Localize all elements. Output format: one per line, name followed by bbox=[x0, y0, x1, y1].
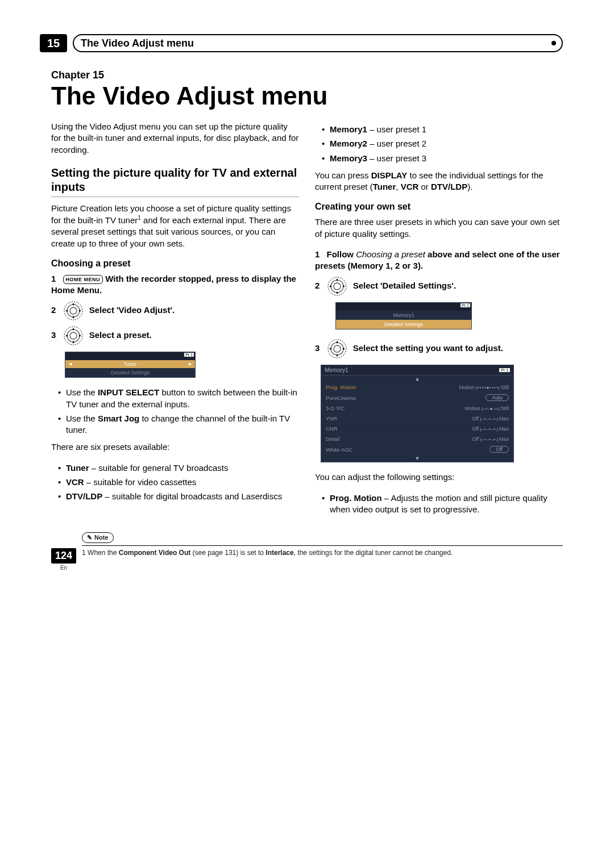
dial-icon bbox=[327, 339, 347, 359]
step-3-text: Select a preset. bbox=[89, 330, 152, 340]
ui1-badge: Pr 1 bbox=[184, 353, 194, 357]
preset-vcr: VCR – suitable for video cassettes bbox=[58, 477, 299, 488]
chapter-title-text: The Video Adjust menu bbox=[81, 37, 194, 49]
cstep-2: 2 Select 'Detailed Settings'. bbox=[315, 276, 563, 297]
settings-row-label: YNR bbox=[326, 415, 337, 422]
subsection-creating: Creating your own set bbox=[315, 202, 563, 212]
ui2-row1: Memory1 bbox=[336, 311, 471, 320]
cstep-3-num: 3 bbox=[315, 343, 320, 353]
settings-row-value: Motion |++++●++++| Still bbox=[459, 384, 509, 390]
step-2-text: Select 'Video Adjust'. bbox=[89, 305, 175, 315]
footnote-text: 1 When the Component Video Out (see page… bbox=[82, 548, 563, 558]
pq-paragraph: Picture Creation lets you choose a set o… bbox=[51, 203, 299, 249]
step-2: 2 Select 'Video Adjust'. bbox=[51, 301, 299, 321]
ui2-row2: Detailed Settings bbox=[336, 320, 471, 329]
up-arrow-icon: ▲ bbox=[321, 375, 513, 382]
settings-row-label: Prog. Motion bbox=[326, 384, 356, 390]
preset-memory2: Memory2 – user preset 2 bbox=[322, 138, 563, 149]
settings-row-label: White AGC bbox=[326, 446, 352, 453]
settings-row: PureCinemaAuto bbox=[321, 393, 513, 403]
settings-row-label: 3-D Y/C bbox=[326, 405, 345, 411]
cstep-1: 1 Follow Choosing a preset above and sel… bbox=[315, 249, 563, 272]
note-rule bbox=[82, 545, 563, 546]
section-rule bbox=[51, 197, 299, 197]
subsection-choosing: Choosing a preset bbox=[51, 258, 299, 269]
settings-row-value: Auto bbox=[486, 394, 509, 401]
page-number: 124 bbox=[51, 548, 76, 564]
settings-row: YNROff |--+--+--+-| Max bbox=[321, 414, 513, 424]
step-2-num: 2 bbox=[51, 305, 56, 315]
cstep-2-text: Select 'Detailed Settings'. bbox=[353, 281, 456, 290]
dial-icon bbox=[327, 276, 347, 297]
down-arrow-icon: ▼ bbox=[321, 455, 513, 462]
display-para: You can press DISPLAY to see the individ… bbox=[315, 170, 563, 193]
dial-icon bbox=[63, 301, 84, 321]
bullet-input-select: Use the INPUT SELECT button to switch be… bbox=[58, 387, 299, 410]
section-heading-pq: Setting the picture quality for TV and e… bbox=[51, 166, 299, 194]
page-language: En bbox=[51, 565, 76, 571]
step-3: 3 Select a preset. bbox=[51, 326, 299, 346]
chapter-title-pill: The Video Adjust menu bbox=[73, 34, 563, 52]
chapter-bar: 15 The Video Adjust menu bbox=[40, 34, 563, 52]
ui-preview-preset: Pr 1 ◀ Tuner ▶ Detailed Settings bbox=[65, 352, 196, 378]
preset-dtv: DTV/LDP – suitable for digital broadcast… bbox=[58, 491, 299, 502]
chapter-number-box: 15 bbox=[40, 34, 67, 52]
settings-row-label: Detail bbox=[326, 436, 339, 442]
preset-memory3: Memory3 – user preset 3 bbox=[322, 153, 563, 164]
ui-preview-settings-list: Memory1 Pr 1 ▲Prog. MotionMotion |++++●+… bbox=[321, 365, 514, 462]
creating-para: There are three user presets in which yo… bbox=[315, 216, 563, 240]
cstep-3-text: Select the setting you want to adjust. bbox=[353, 343, 503, 353]
home-menu-icon: HOME MENU bbox=[63, 275, 103, 284]
step-1: 1 HOME MENU With the recorder stopped, p… bbox=[51, 273, 299, 297]
settings-row: 3-D Y/CMotion |--+--●--+-| Still bbox=[321, 403, 513, 414]
settings-row-label: PureCinema bbox=[326, 395, 356, 401]
preset-memory1: Memory1 – user preset 1 bbox=[322, 124, 563, 135]
cstep-3: 3 Select the setting you want to adjust. bbox=[315, 339, 563, 359]
settings-row: CNROff |--+--+--+-| Max bbox=[321, 424, 513, 434]
settings-row-value: Off |--+--+--+-| Max bbox=[472, 425, 509, 432]
ui-preview-detailed: Pr 1 Memory1 Detailed Settings bbox=[335, 302, 472, 329]
settings-row: White AGCOff bbox=[321, 444, 513, 455]
adjust-intro: You can adjust the following settings: bbox=[315, 471, 563, 483]
settings-row-label: CNR bbox=[326, 425, 338, 432]
intro-paragraph: Using the Video Adjust menu you can set … bbox=[51, 121, 299, 156]
note-label: ✎ Note bbox=[82, 532, 113, 543]
cstep-2-num: 2 bbox=[315, 281, 320, 290]
settings-row-value: Off |--+--+--+-| Max bbox=[472, 436, 509, 442]
chapter-label: Chapter 15 bbox=[51, 69, 563, 81]
presets-intro: There are six presets available: bbox=[51, 441, 299, 453]
ui2-badge: Pr 1 bbox=[460, 303, 470, 307]
settings-row: DetailOff |--+--+--+-| Max bbox=[321, 434, 513, 444]
ui3-badge: Pr 1 bbox=[499, 368, 510, 372]
settings-row-value: Off |--+--+--+-| Max bbox=[472, 415, 509, 422]
cstep-1-num: 1 bbox=[315, 249, 320, 259]
pencil-icon: ✎ bbox=[87, 533, 92, 542]
page-number-block: 124 En bbox=[51, 532, 76, 571]
step-3-num: 3 bbox=[51, 330, 56, 340]
left-arrow-icon: ◀ bbox=[69, 362, 72, 366]
settings-row-value: Off bbox=[489, 446, 509, 453]
right-arrow-icon: ▶ bbox=[189, 362, 192, 366]
ui3-title: Memory1 bbox=[325, 367, 349, 373]
dial-icon bbox=[63, 326, 84, 346]
step-1-num: 1 bbox=[51, 274, 56, 283]
settings-row: Prog. MotionMotion |++++●++++| Still bbox=[321, 382, 513, 393]
ui1-selected: Tuner bbox=[123, 361, 136, 367]
adjust-prog-motion: Prog. Motion – Adjusts the motion and st… bbox=[322, 493, 563, 516]
ui1-dim-row: Detailed Settings bbox=[65, 368, 195, 377]
settings-row-value: Motion |--+--●--+-| Still bbox=[464, 405, 509, 411]
bullet-smart-jog: Use the Smart Jog to change the channel … bbox=[58, 413, 299, 436]
page-title: The Video Adjust menu bbox=[51, 84, 563, 108]
preset-tuner: Tuner – suitable for general TV broadcas… bbox=[58, 462, 299, 474]
